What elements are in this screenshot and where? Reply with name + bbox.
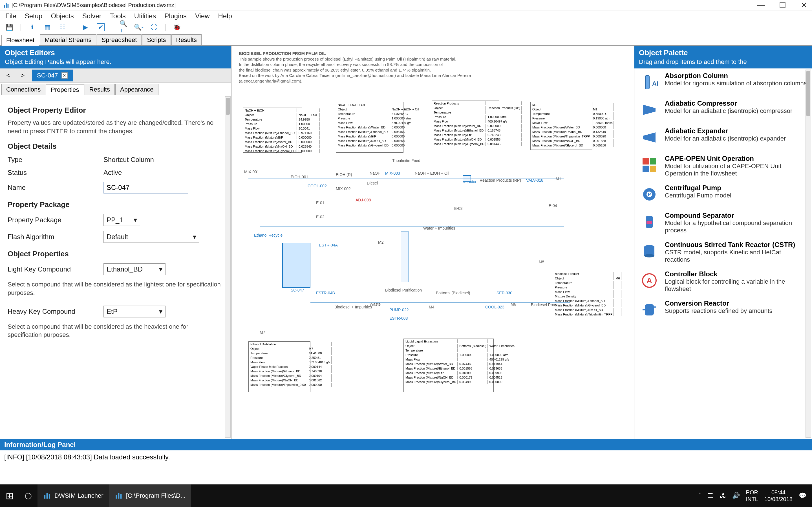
- palette-item-convreactor[interactable]: Conversion Reactor Supports reactions de…: [635, 296, 812, 324]
- pp-select[interactable]: PP_1▾: [103, 214, 140, 226]
- table-naoh-etoh-oil: NaOH + EtOH + OilObjectNaOH + EtOH + Oil…: [336, 102, 403, 153]
- menu-help[interactable]: Help: [218, 12, 232, 20]
- palette-item-desc: Model for utilization of a CAPE-OPEN Uni…: [665, 163, 807, 177]
- svg-rect-2: [8, 4, 9, 8]
- palette-item-controller[interactable]: A Controller Block Logical block for con…: [635, 267, 812, 296]
- unit-sc047[interactable]: [282, 243, 310, 288]
- check-icon[interactable]: ✔: [97, 23, 105, 31]
- palette-item-pump[interactable]: P Centrifugal Pump Centrifugal Pump mode…: [635, 180, 812, 208]
- flowsheet-canvas[interactable]: BIODIESEL PRODUCTION FROM PALM OIL This …: [232, 46, 634, 439]
- label-sc047: SC-047: [291, 288, 304, 292]
- lk-select[interactable]: Ethanol_BD▾: [103, 263, 165, 275]
- menu-objects[interactable]: Objects: [51, 12, 73, 20]
- grid-icon[interactable]: ▦: [43, 23, 51, 31]
- menu-view[interactable]: View: [195, 12, 210, 20]
- flow-main: [248, 179, 564, 179]
- tab-material-streams[interactable]: Material Streams: [40, 34, 96, 45]
- palette-item-compressor[interactable]: Adiabatic Compressor Model for an adiaba…: [635, 96, 812, 124]
- cortana-button[interactable]: ◯: [19, 485, 38, 507]
- sliders-icon[interactable]: ☷: [59, 23, 66, 31]
- palette-item-desc: CSTR model, supports Kinetic and HetCat …: [665, 249, 807, 263]
- object-tab-close-icon[interactable]: ×: [61, 72, 68, 78]
- subtab-results[interactable]: Results: [85, 84, 115, 95]
- label-bot: Bottoms (Biodiesel): [436, 291, 470, 295]
- palette-item-expander[interactable]: Adiabatic Expander Model for an adiabati…: [635, 124, 812, 151]
- menu-file[interactable]: File: [5, 12, 16, 20]
- chevron-down-icon: ▾: [159, 307, 162, 316]
- subtab-connections[interactable]: Connections: [1, 84, 45, 95]
- label-sep: SEP-030: [497, 291, 512, 295]
- nav-next-button[interactable]: >: [17, 72, 29, 79]
- cstr-icon: [639, 241, 660, 262]
- menu-plugins[interactable]: Plugins: [164, 12, 187, 20]
- label-m6: M6: [511, 302, 516, 306]
- tray-clock[interactable]: 08:4410/08/2018: [764, 489, 793, 503]
- svg-rect-27: [120, 494, 121, 499]
- compressor-icon: [639, 100, 660, 120]
- menu-utilities[interactable]: Utilities: [134, 12, 156, 20]
- op-header: Object Properties: [8, 249, 224, 258]
- close-button[interactable]: ✕: [799, 1, 809, 10]
- label-e02: E-02: [316, 215, 324, 219]
- tray-notifications-icon[interactable]: 💬: [799, 492, 806, 499]
- tab-results[interactable]: Results: [171, 34, 202, 45]
- maximize-button[interactable]: ☐: [777, 1, 788, 10]
- right-panel: Object Palette Drag and drop items to ad…: [634, 46, 812, 439]
- task-dwsim-file[interactable]: [C:\Program Files\D...: [109, 485, 191, 507]
- tray-battery-icon[interactable]: 🗔: [707, 492, 714, 499]
- save-icon[interactable]: 💾: [5, 23, 13, 31]
- fit-icon[interactable]: ⛶: [150, 23, 158, 31]
- label-pump: PUMP-022: [389, 307, 409, 312]
- tab-spreadsheet[interactable]: Spreadsheet: [97, 34, 142, 45]
- subtab-properties[interactable]: Properties: [46, 84, 84, 95]
- info-icon[interactable]: ℹ: [28, 23, 36, 31]
- app-icon: [3, 2, 9, 8]
- hk-select[interactable]: EtP▾: [103, 305, 165, 318]
- expander-icon: [639, 127, 660, 148]
- menu-tools[interactable]: Tools: [110, 12, 126, 20]
- tray-volume-icon[interactable]: 🔊: [732, 492, 740, 499]
- palette-item-absorption[interactable]: AB Absorption Column Model for rigorous …: [635, 68, 812, 96]
- palette-item-title: Continuous Stirred Tank Reactor (CSTR): [665, 241, 807, 249]
- flow-down: [563, 179, 563, 226]
- table-liquid-liquid: Liquid-Liquid ExtractionObjectBottoms (B…: [403, 339, 494, 392]
- name-input[interactable]: [103, 182, 188, 193]
- menu-setup[interactable]: Setup: [25, 12, 43, 20]
- palette-item-capeopen[interactable]: CAPE-OPEN Unit Operation Model for utili…: [635, 151, 812, 180]
- object-tab[interactable]: SC-047 ×: [32, 69, 73, 81]
- label-wst: Waste: [370, 302, 380, 306]
- left-scrollbar[interactable]: [225, 96, 231, 438]
- fa-select[interactable]: Default▾: [103, 231, 199, 243]
- palette-scrollbar[interactable]: [806, 69, 811, 438]
- svg-rect-26: [118, 493, 119, 499]
- system-tray[interactable]: ˄ 🗔 🖧 🔊 PORINTL 08:4410/08/2018 💬: [693, 489, 812, 503]
- palette-item-title: Compound Separator: [665, 212, 807, 219]
- tray-network-icon[interactable]: 🖧: [720, 492, 726, 499]
- nav-prev-button[interactable]: <: [3, 72, 14, 79]
- svg-text:A: A: [647, 276, 652, 285]
- label-m4: M4: [429, 305, 434, 309]
- hk-label: Heavy Key Compound: [8, 307, 103, 316]
- palette-list: AB Absorption Column Model for rigorous …: [635, 68, 812, 439]
- zoom-out-icon[interactable]: 🔍-: [135, 23, 143, 31]
- tab-scripts[interactable]: Scripts: [142, 34, 170, 45]
- tray-lang[interactable]: PORINTL: [746, 489, 758, 503]
- table-m1: M1ObjectM1Temperature0.35000 CPressure0.…: [530, 102, 592, 150]
- tab-flowsheet[interactable]: Flowsheet: [1, 35, 39, 46]
- start-button[interactable]: ⊞: [0, 485, 19, 507]
- minimize-button[interactable]: —: [756, 1, 766, 10]
- task-dwsim-launcher[interactable]: DWSIM Launcher: [38, 485, 109, 507]
- svg-rect-0: [4, 5, 5, 8]
- subtab-appearance[interactable]: Appearance: [115, 84, 158, 95]
- bug-icon[interactable]: 🐞: [173, 23, 181, 31]
- svg-text:AB: AB: [652, 80, 658, 87]
- unit-column2[interactable]: [401, 231, 409, 282]
- play-icon[interactable]: ▶: [82, 23, 89, 31]
- tray-chevron-up-icon[interactable]: ˄: [698, 492, 701, 499]
- palette-item-cstr[interactable]: Continuous Stirred Tank Reactor (CSTR) C…: [635, 237, 812, 267]
- label-estr04b: ESTR-04B: [316, 291, 335, 295]
- log-header: Information/Log Panel: [0, 439, 812, 450]
- menu-solver[interactable]: Solver: [82, 12, 101, 20]
- palette-item-separator[interactable]: Compound Separator Model for a hypotheti…: [635, 208, 812, 237]
- zoom-in-icon[interactable]: 🔍+: [119, 23, 128, 31]
